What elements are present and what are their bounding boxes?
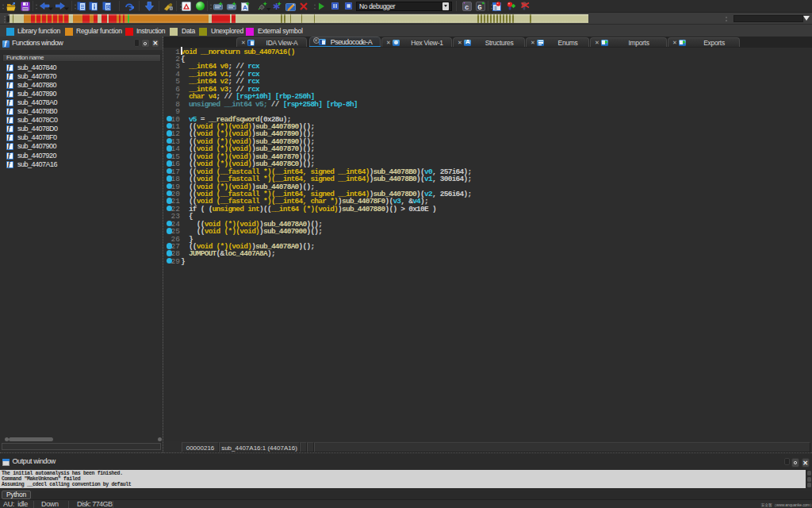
svg-text:c: c [465,4,469,12]
svg-text:A: A [243,4,247,11]
svg-text:G: G [477,4,481,11]
